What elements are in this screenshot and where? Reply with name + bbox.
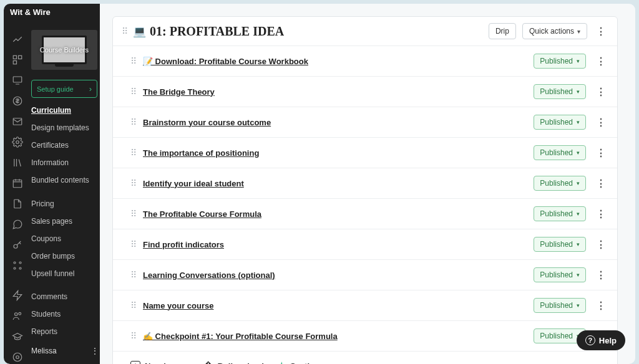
settings-icon[interactable] <box>12 136 23 148</box>
chevron-down-icon: ▾ <box>577 150 580 156</box>
course-preview[interactable]: Course Builders <box>31 30 97 70</box>
status-dropdown[interactable]: Published▾ <box>534 145 586 160</box>
status-dropdown[interactable]: Published▾ <box>534 206 586 221</box>
lesson-row: ⠿Find profit indicatorsPublished▾⋮ <box>113 229 617 259</box>
drag-handle-icon[interactable]: ⠿ <box>130 331 135 341</box>
drag-handle-icon[interactable]: ⠿ <box>130 239 135 249</box>
lesson-menu-button[interactable]: ⋮ <box>593 178 608 189</box>
lesson-menu-button[interactable]: ⋮ <box>593 55 608 67</box>
drip-button[interactable]: Drip <box>489 23 516 39</box>
section-menu-button[interactable]: ⋮ <box>593 26 608 37</box>
status-dropdown[interactable]: Published▾ <box>534 298 586 313</box>
lesson-menu-button[interactable]: ⋮ <box>593 239 608 251</box>
status-dropdown[interactable]: Published▾ <box>534 115 586 130</box>
mail-icon[interactable] <box>12 116 23 127</box>
help-button[interactable]: ? Help <box>577 330 625 350</box>
section-title: 💻 01: PROFITABLE IDEA <box>133 24 482 39</box>
drag-handle-icon[interactable]: ⠿ <box>130 56 135 66</box>
setup-guide-label: Setup guide <box>37 85 74 93</box>
svg-marker-22 <box>13 291 22 300</box>
main-content: ⠿ 💻 01: PROFITABLE IDEA Drip Quick actio… <box>100 4 635 364</box>
sidebar-item-certificates[interactable]: Certificates <box>31 136 100 154</box>
comments-icon[interactable] <box>12 219 23 230</box>
lesson-title-link[interactable]: Brainstorm your course outcome <box>143 118 526 127</box>
lesson-title-link[interactable]: The Profitable Course Formula <box>143 209 526 219</box>
people-icon[interactable] <box>12 310 23 322</box>
calendar-icon[interactable] <box>12 178 23 189</box>
drag-handle-icon[interactable]: ⠿ <box>130 148 135 158</box>
grad-icon[interactable] <box>12 331 23 342</box>
svg-rect-11 <box>13 180 22 188</box>
sidebar-item-upsell-funnel[interactable]: Upsell funnel <box>31 265 100 282</box>
svg-rect-1 <box>19 55 22 59</box>
lesson-menu-button[interactable]: ⋮ <box>593 208 608 220</box>
sidebar-item-order-bumps[interactable]: Order bumps <box>31 247 100 265</box>
apps-icon[interactable] <box>12 260 23 271</box>
chevron-down-icon: ▾ <box>577 28 580 35</box>
analytics-icon[interactable] <box>12 34 23 45</box>
status-dropdown[interactable]: Published▾ <box>534 267 586 282</box>
lesson-menu-button[interactable]: ⋮ <box>593 86 608 98</box>
sidebar-item-design-templates[interactable]: Design templates <box>31 119 100 136</box>
new-lesson-button[interactable]: + New lesson <box>130 361 190 364</box>
lesson-menu-button[interactable]: ⋮ <box>593 269 608 281</box>
drag-handle-icon[interactable]: ⠿ <box>130 300 135 310</box>
sidebar-item-pricing[interactable]: Pricing <box>31 195 100 213</box>
lesson-title-link[interactable]: Identify your ideal student <box>143 179 526 188</box>
library-icon[interactable] <box>12 157 23 168</box>
drag-handle-icon[interactable]: ⠿ <box>130 87 135 97</box>
monitor-icon[interactable] <box>12 75 23 86</box>
drag-handle-icon[interactable]: ⠿ <box>130 209 135 219</box>
chevron-down-icon: ▾ <box>577 58 580 64</box>
page-icon[interactable] <box>12 198 23 209</box>
nav-group-3: CommentsStudentsReports <box>31 288 100 340</box>
sidebar-item-bundled-contents[interactable]: Bundled contents <box>31 171 100 189</box>
status-label: Published <box>540 87 573 96</box>
lesson-menu-button[interactable]: ⋮ <box>593 147 608 159</box>
lesson-menu-button[interactable]: ⋮ <box>593 117 608 128</box>
dollar-icon[interactable] <box>12 95 23 107</box>
quick-actions-button[interactable]: Quick actions ▾ <box>522 23 587 39</box>
svg-rect-3 <box>13 77 22 82</box>
lesson-row: ⠿The Profitable Course FormulaPublished▾… <box>113 198 617 229</box>
sidebar-item-information[interactable]: Information <box>31 154 100 171</box>
status-label: Published <box>540 57 573 65</box>
status-label: Published <box>540 301 573 310</box>
lesson-title-link[interactable]: 📝 Download: Profitable Course Workbook <box>143 57 526 66</box>
status-dropdown[interactable]: Published▾ <box>534 84 586 99</box>
lesson-row: ⠿Identify your ideal studentPublished▾⋮ <box>113 168 617 198</box>
lesson-row: ⠿Learning Conversations (optional)Publis… <box>113 259 617 290</box>
bulk-upload-button[interactable]: ⇪ Bulk upload <box>203 361 264 364</box>
lesson-title-link[interactable]: Learning Conversations (optional) <box>143 271 526 280</box>
brand-title: Wit & Wire <box>10 7 51 17</box>
sidebar-item-coupons[interactable]: Coupons <box>31 230 100 247</box>
sidebar-item-comments[interactable]: Comments <box>31 288 100 305</box>
lesson-title-link[interactable]: Name your course <box>143 301 526 310</box>
status-dropdown[interactable]: Published▾ <box>534 237 586 252</box>
bolt-icon[interactable] <box>12 290 23 301</box>
lesson-title-link[interactable]: ✍️ Checkpoint #1: Your Profitable Course… <box>143 332 526 341</box>
sidebar-item-reports[interactable]: Reports <box>31 323 100 340</box>
lesson-title-link[interactable]: The importance of positioning <box>143 148 526 158</box>
section-summary-button[interactable]: ✦ Section summary <box>278 360 358 364</box>
key-icon[interactable] <box>12 239 23 251</box>
drag-handle-icon[interactable]: ⠿ <box>130 270 135 280</box>
sidebar-item-sales-pages[interactable]: Sales pages <box>31 213 100 230</box>
drag-handle-icon[interactable]: ⠿ <box>130 178 135 188</box>
user-name: Melissa <box>31 347 57 355</box>
gear2-icon[interactable] <box>12 352 23 363</box>
status-dropdown[interactable]: Published▾ <box>534 54 586 69</box>
dashboard-icon[interactable] <box>12 54 23 65</box>
sidebar-item-curriculum[interactable]: Curriculum <box>31 102 100 119</box>
status-dropdown[interactable]: Published▾ <box>534 176 586 191</box>
sidebar-item-students[interactable]: Students <box>31 305 100 323</box>
sparkle-icon: ✦ <box>278 360 286 364</box>
svg-point-26 <box>13 353 22 362</box>
setup-guide-button[interactable]: Setup guide › <box>31 80 97 98</box>
lesson-title-link[interactable]: Find profit indicators <box>143 240 526 249</box>
drag-handle-icon[interactable]: ⠿ <box>122 26 127 36</box>
lesson-title-link[interactable]: The Bridge Theory <box>143 87 526 97</box>
drag-handle-icon[interactable]: ⠿ <box>130 117 135 127</box>
user-menu-button[interactable]: ⋮ <box>91 347 99 355</box>
lesson-menu-button[interactable]: ⋮ <box>593 300 608 312</box>
